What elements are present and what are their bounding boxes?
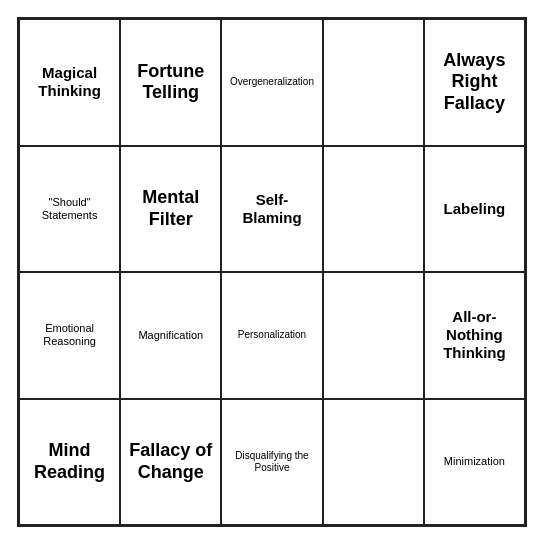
grid-cell-r1c1: Mental Filter bbox=[120, 146, 221, 273]
grid-cell-r1c0: "Should" Statements bbox=[19, 146, 120, 273]
grid-cell-r2c1: Magnification bbox=[120, 272, 221, 399]
grid-cell-r2c2: Personalization bbox=[221, 272, 322, 399]
grid-cell-r1c3 bbox=[323, 146, 424, 273]
grid-cell-r1c2: Self-Blaming bbox=[221, 146, 322, 273]
grid-cell-r3c0: Mind Reading bbox=[19, 399, 120, 526]
grid-cell-r2c3 bbox=[323, 272, 424, 399]
grid-cell-r3c3 bbox=[323, 399, 424, 526]
grid-cell-r3c4: Minimization bbox=[424, 399, 525, 526]
grid-cell-r3c1: Fallacy of Change bbox=[120, 399, 221, 526]
grid-cell-r0c3 bbox=[323, 19, 424, 146]
grid-cell-r0c2: Overgeneralization bbox=[221, 19, 322, 146]
bingo-grid: Magical ThinkingFortune TellingOvergener… bbox=[17, 17, 527, 527]
grid-cell-r3c2: Disqualifying the Positive bbox=[221, 399, 322, 526]
grid-cell-r2c4: All-or-Nothing Thinking bbox=[424, 272, 525, 399]
grid-cell-r2c0: Emotional Reasoning bbox=[19, 272, 120, 399]
grid-cell-r0c0: Magical Thinking bbox=[19, 19, 120, 146]
grid-cell-r1c4: Labeling bbox=[424, 146, 525, 273]
grid-cell-r0c1: Fortune Telling bbox=[120, 19, 221, 146]
grid-cell-r0c4: Always Right Fallacy bbox=[424, 19, 525, 146]
